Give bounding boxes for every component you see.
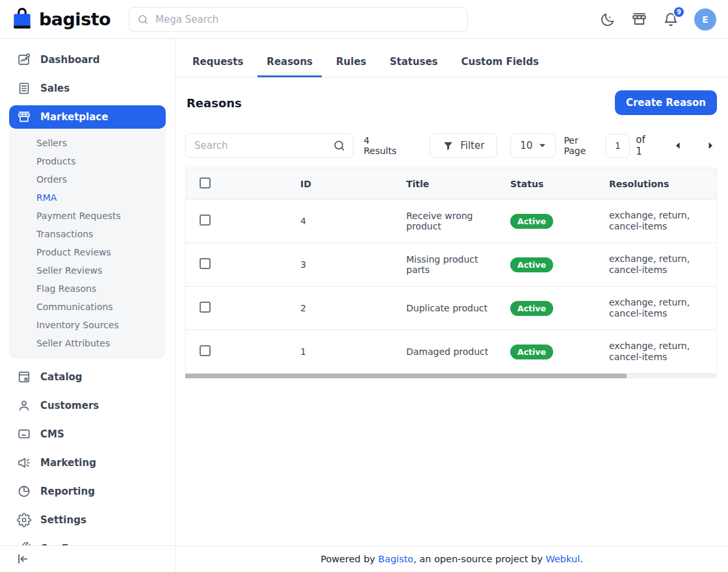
sidebar-item-label: Sales	[40, 83, 70, 94]
tab-reasons[interactable]: Reasons	[257, 56, 322, 77]
sidebar-item-customers[interactable]: Customers	[9, 394, 166, 417]
user-avatar[interactable]: E	[694, 8, 716, 31]
submenu-item-orders[interactable]: Orders	[9, 170, 166, 188]
marketplace-submenu: Sellers Products Orders RMA Payment Requ…	[9, 129, 166, 359]
row-resolutions: exchange, return, cancel-items	[609, 341, 716, 363]
footer-text: .	[580, 554, 583, 564]
horizontal-scrollbar-track	[185, 374, 717, 378]
reporting-icon	[17, 484, 31, 499]
reasons-table: ID Title Status Resolutions 4 Receive wr…	[185, 168, 717, 374]
row-title: Receive wrong product	[406, 211, 510, 231]
row-resolutions: exchange, return, cancel-items	[609, 297, 716, 320]
dark-mode-icon[interactable]	[600, 12, 616, 27]
table-row: 4 Receive wrong product Active exchange,…	[186, 200, 716, 243]
submenu-item-seller-reviews[interactable]: Seller Reviews	[9, 261, 166, 280]
column-header-title: Title	[406, 179, 510, 189]
table-row: 3 Missing product parts Active exchange,…	[186, 243, 716, 287]
tab-statuses[interactable]: Statuses	[381, 56, 447, 77]
catalog-icon	[17, 370, 31, 384]
search-icon	[333, 139, 346, 152]
next-page-icon[interactable]	[704, 139, 717, 152]
row-resolutions: exchange, return, cancel-items	[609, 210, 716, 233]
page-number-input[interactable]	[605, 134, 630, 158]
chevron-down-icon	[539, 143, 546, 148]
submenu-item-rma[interactable]: RMA	[9, 188, 166, 207]
submenu-item-flag-reasons[interactable]: Flag Reasons	[9, 280, 166, 298]
row-checkbox[interactable]	[200, 302, 211, 313]
submenu-item-transactions[interactable]: Transactions	[9, 225, 166, 243]
sidebar-item-dashboard[interactable]: Dashboard	[9, 48, 166, 72]
submenu-item-seller-attributes[interactable]: Seller Attributes	[9, 334, 166, 352]
submenu-item-communications[interactable]: Communications	[9, 298, 166, 316]
submenu-item-sellers[interactable]: Sellers	[9, 134, 166, 152]
tab-requests[interactable]: Requests	[183, 56, 252, 77]
row-id: 1	[300, 346, 406, 357]
sidebar-item-label: Customers	[40, 400, 99, 411]
sidebar-item-configure[interactable]: Configure	[9, 537, 166, 545]
bagisto-logo[interactable]: bagisto	[10, 7, 110, 32]
row-checkbox[interactable]	[200, 345, 211, 356]
notifications-bell-icon[interactable]: 9	[663, 12, 679, 27]
sidebar-collapse-icon[interactable]	[16, 552, 159, 566]
row-id: 2	[300, 303, 406, 313]
grid-search-input[interactable]	[185, 133, 354, 158]
tab-rules[interactable]: Rules	[327, 56, 375, 77]
previous-page-icon[interactable]	[671, 139, 684, 152]
row-resolutions: exchange, return, cancel-items	[609, 254, 716, 276]
sidebar-item-sales[interactable]: Sales	[9, 77, 166, 100]
rma-tabs: Requests Reasons Rules Statuses Custom F…	[176, 39, 728, 77]
cms-icon	[17, 427, 31, 441]
sidebar-item-label: CMS	[40, 428, 64, 440]
mega-search-input[interactable]	[129, 7, 468, 32]
submenu-item-products[interactable]: Products	[9, 152, 166, 170]
sidebar-item-label: Marketplace	[40, 111, 108, 123]
per-page-value: 10	[520, 140, 532, 151]
funnel-icon	[443, 140, 454, 151]
table-row: 2 Duplicate product Active exchange, ret…	[186, 287, 716, 330]
per-page-label: Per Page	[564, 135, 597, 156]
status-badge: Active	[510, 257, 553, 272]
row-id: 4	[300, 216, 406, 226]
submenu-item-payment-requests[interactable]: Payment Requests	[9, 207, 166, 225]
sidebar-item-reporting[interactable]: Reporting	[9, 480, 166, 503]
sidebar-item-label: Reporting	[40, 486, 95, 497]
marketplace-icon	[17, 110, 31, 124]
sidebar-item-catalog[interactable]: Catalog	[9, 365, 166, 389]
sidebar-nav: Dashboard Sales Marketplace Sellers Prod…	[0, 48, 175, 545]
sidebar-item-label: Dashboard	[40, 54, 99, 66]
top-header: bagisto 9 E	[0, 0, 728, 39]
sidebar-item-label: Settings	[40, 514, 86, 526]
bagisto-link[interactable]: Bagisto	[378, 554, 413, 564]
store-icon[interactable]	[631, 11, 647, 27]
sidebar-item-label: Catalog	[40, 371, 83, 383]
row-checkbox[interactable]	[200, 214, 211, 226]
grid-search	[185, 133, 354, 158]
row-id: 3	[300, 259, 406, 270]
customers-icon	[17, 398, 31, 413]
page-header: Reasons Create Reason	[176, 77, 728, 115]
sidebar-item-marketplace[interactable]: Marketplace	[9, 105, 166, 129]
filter-button[interactable]: Filter	[430, 133, 497, 158]
page-of-label: of 1	[636, 134, 652, 157]
sidebar-item-marketing[interactable]: Marketing	[9, 451, 166, 474]
header-actions: 9 E	[600, 8, 716, 31]
notification-count-badge: 9	[673, 6, 685, 18]
sidebar: Dashboard Sales Marketplace Sellers Prod…	[0, 39, 176, 572]
submenu-item-inventory-sources[interactable]: Inventory Sources	[9, 316, 166, 334]
per-page-dropdown[interactable]: 10	[510, 133, 556, 158]
bagisto-logo-icon	[10, 7, 34, 32]
column-header-resolutions: Resolutions	[609, 179, 716, 189]
horizontal-scrollbar-thumb[interactable]	[185, 374, 627, 378]
row-checkbox[interactable]	[200, 258, 211, 269]
tab-custom-fields[interactable]: Custom Fields	[452, 56, 548, 77]
webkul-link[interactable]: Webkul	[545, 554, 580, 564]
sidebar-item-cms[interactable]: CMS	[9, 422, 166, 446]
sidebar-item-settings[interactable]: Settings	[9, 508, 166, 532]
marketing-icon	[17, 456, 31, 470]
column-header-id: ID	[300, 179, 406, 189]
create-reason-button[interactable]: Create Reason	[615, 90, 717, 115]
select-all-checkbox[interactable]	[200, 177, 211, 188]
results-count: 4 Results	[363, 135, 399, 156]
submenu-item-product-reviews[interactable]: Product Reviews	[9, 243, 166, 261]
column-header-status: Status	[510, 179, 609, 189]
